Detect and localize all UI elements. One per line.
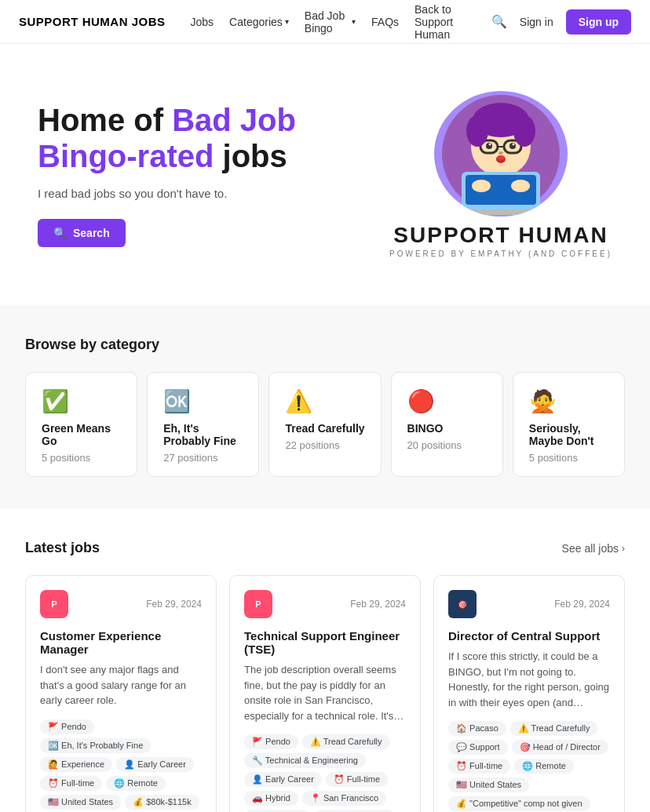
nav-back-to-support-human[interactable]: Back to Support Human: [414, 3, 491, 41]
job-title: Technical Support Engineer (TSE): [244, 629, 406, 656]
job-card-header: 🎯 Feb 29, 2024: [448, 590, 610, 618]
job-tag: 🎯 Head of / Director: [512, 740, 608, 755]
category-card[interactable]: ✅ Green Means Go 5 positions: [25, 372, 137, 477]
svg-point-7: [489, 143, 491, 145]
job-tag: 🚗 Hybrid: [244, 791, 298, 806]
nav-bad-job-bingo[interactable]: Bad Job Bingo: [305, 9, 356, 35]
job-tag: 🌐 Remote: [106, 776, 166, 791]
navbar: SUPPORT HUMAN JOBS Jobs Categories Bad J…: [0, 0, 650, 44]
job-tag: 🏠 Pacaso: [448, 721, 506, 736]
job-tag: 🚩 Pendo: [40, 719, 94, 734]
hero-image: SUPPORT HUMAN POWERED BY EMPATHY (AND CO…: [389, 91, 612, 258]
job-tag: ⚠️ Tread Carefully: [302, 734, 390, 749]
category-card[interactable]: ⚠️ Tread Carefully 22 positions: [268, 372, 381, 477]
job-description: If I score this strictly, it could be a …: [448, 649, 610, 710]
job-logo: P: [40, 590, 68, 618]
categories-title: Browse by category: [25, 337, 625, 353]
support-human-logo: SUPPORT HUMAN POWERED BY EMPATHY (AND CO…: [389, 91, 612, 258]
job-tag: 💰 $80k-$115k: [125, 795, 199, 810]
category-card[interactable]: 🔴 BINGO 20 positions: [391, 372, 503, 477]
category-count: 27 positions: [163, 452, 243, 464]
category-card[interactable]: 🆗 Eh, It's Probably Fine 27 positions: [147, 372, 259, 477]
job-logo: 🎯: [448, 590, 477, 618]
job-date: Feb 29, 2024: [350, 599, 406, 610]
job-tag: ⏰ Full-time: [448, 759, 510, 774]
job-title: Director of Central Support: [448, 629, 610, 643]
job-tag: 💰 "Competitive" comp not given: [448, 796, 590, 811]
nav-actions: 🔍 Sign in Sign up: [491, 9, 631, 35]
signin-button[interactable]: Sign in: [520, 16, 553, 28]
category-count: 22 positions: [285, 439, 364, 451]
category-count: 5 positions: [42, 452, 121, 464]
job-tag: 📍 San Francisco: [302, 791, 386, 806]
job-tag: 🙋 Experience: [40, 757, 112, 772]
svg-point-13: [466, 115, 488, 147]
categories-section: Browse by category ✅ Green Means Go 5 po…: [0, 305, 650, 508]
job-tag: 👤 Early Career: [244, 772, 322, 787]
job-card[interactable]: 🎯 Feb 29, 2024 Director of Central Suppo…: [433, 575, 625, 812]
search-icon-btn: 🔍: [53, 227, 67, 239]
job-card-header: P Feb 29, 2024: [40, 590, 202, 618]
job-tags: 🏠 Pacaso⚠️ Tread Carefully💬 Support🎯 Hea…: [448, 721, 610, 812]
job-date: Feb 29, 2024: [554, 599, 610, 610]
job-tag: 🔧 Technical & Engineering: [244, 753, 366, 768]
svg-point-18: [472, 180, 491, 192]
hero-title-part2: jobs: [214, 139, 287, 173]
site-logo[interactable]: SUPPORT HUMAN JOBS: [19, 15, 166, 28]
search-icon[interactable]: 🔍: [491, 14, 507, 29]
category-name: Eh, It's Probably Fine: [163, 422, 243, 447]
signup-button[interactable]: Sign up: [566, 9, 631, 35]
latest-jobs-header: Latest jobs See all jobs ›: [25, 540, 625, 556]
latest-jobs-title: Latest jobs: [25, 540, 562, 556]
hero-subtitle: I read bad jobs so you don't have to.: [38, 187, 358, 200]
category-emoji: 🙅: [529, 388, 608, 414]
svg-point-8: [513, 143, 515, 145]
latest-jobs-section: Latest jobs See all jobs › P Feb 29, 202…: [0, 508, 650, 812]
job-tags: 🚩 Pendo🆗 Eh, It's Probably Fine🙋 Experie…: [40, 719, 202, 813]
hero-section: Home of Bad Job Bingo-rated jobs I read …: [0, 44, 650, 305]
jobs-grid: P Feb 29, 2024 Customer Experience Manag…: [25, 575, 625, 812]
category-count: 20 positions: [407, 439, 487, 451]
category-name: BINGO: [407, 422, 487, 435]
see-all-label: See all jobs: [562, 542, 619, 555]
nav-links: Jobs Categories Bad Job Bingo FAQs Back …: [191, 3, 491, 41]
hero-title-part1: Home of: [38, 103, 172, 137]
nav-faqs[interactable]: FAQs: [371, 16, 399, 28]
see-all-jobs-link[interactable]: See all jobs ›: [562, 542, 625, 555]
brand-name: SUPPORT HUMAN: [393, 223, 608, 248]
brand-sub: POWERED BY EMPATHY (AND COFFEE): [389, 249, 612, 258]
job-date: Feb 29, 2024: [146, 599, 202, 610]
hero-text: Home of Bad Job Bingo-rated jobs I read …: [38, 102, 358, 247]
job-description: I don't see any major flags and that's a…: [40, 662, 202, 708]
category-emoji: ✅: [42, 388, 121, 414]
mascot-illustration: [434, 91, 568, 217]
job-tag: 🇺🇸 United States: [448, 777, 529, 792]
svg-rect-17: [454, 209, 548, 215]
job-tag: 🆗 Eh, It's Probably Fine: [40, 738, 151, 753]
job-tag: ⏰ Full-time: [326, 772, 388, 787]
job-tags: 🚩 Pendo⚠️ Tread Carefully🔧 Technical & E…: [244, 734, 406, 812]
category-count: 5 positions: [529, 452, 608, 464]
job-logo: P: [244, 590, 272, 618]
category-emoji: 🆗: [163, 388, 243, 414]
svg-point-14: [513, 115, 535, 147]
job-tag: 🚩 Pendo: [244, 734, 298, 749]
arrow-right-icon: ›: [622, 543, 625, 554]
svg-point-9: [498, 151, 503, 155]
job-card[interactable]: P Feb 29, 2024 Technical Support Enginee…: [229, 575, 421, 812]
job-description: The job description overall seems fine, …: [244, 662, 406, 723]
job-tag: 🇺🇸 United States: [40, 795, 121, 810]
job-tag: 💬 Support: [448, 740, 508, 755]
category-card[interactable]: 🙅 Seriously, Maybe Don't 5 positions: [513, 372, 625, 477]
nav-jobs[interactable]: Jobs: [191, 16, 214, 28]
job-tag: 👤 Early Career: [116, 757, 194, 772]
categories-grid: ✅ Green Means Go 5 positions 🆗 Eh, It's …: [25, 372, 625, 477]
category-emoji: 🔴: [407, 388, 487, 414]
hero-title: Home of Bad Job Bingo-rated jobs: [38, 102, 358, 174]
category-emoji: ⚠️: [285, 388, 364, 414]
nav-categories[interactable]: Categories: [229, 16, 289, 28]
job-card[interactable]: P Feb 29, 2024 Customer Experience Manag…: [25, 575, 217, 812]
category-name: Tread Carefully: [285, 422, 364, 435]
category-name: Green Means Go: [42, 422, 121, 447]
search-button[interactable]: 🔍 Search: [38, 219, 126, 247]
